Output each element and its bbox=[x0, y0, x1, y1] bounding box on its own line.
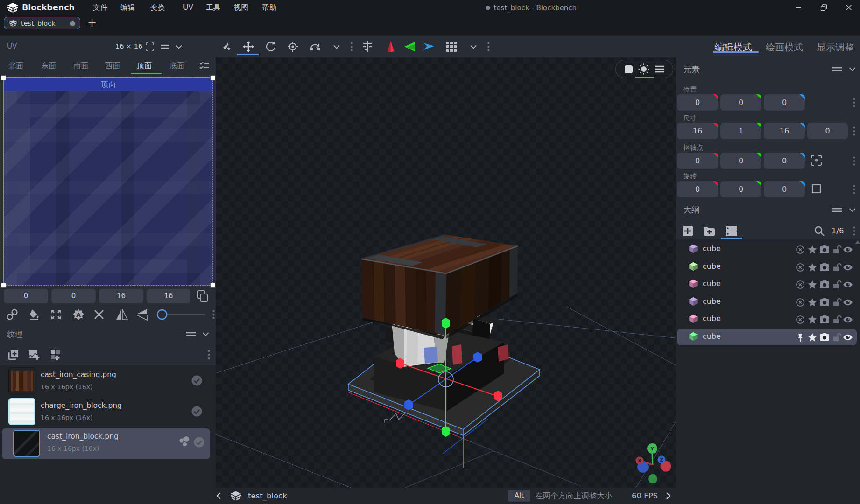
pivot-tool-icon[interactable] bbox=[286, 40, 300, 54]
menu-tools[interactable]: 工具 bbox=[206, 0, 220, 15]
restore-button[interactable] bbox=[814, 0, 833, 15]
grid-more-icon[interactable] bbox=[481, 40, 495, 54]
lock-open-icon[interactable] bbox=[832, 263, 842, 272]
uv-menu-icon[interactable] bbox=[158, 40, 172, 54]
mode-tab-edit[interactable]: 编辑模式 bbox=[715, 36, 752, 57]
flag-green-icon[interactable] bbox=[402, 40, 416, 54]
export-disabled-icon[interactable] bbox=[795, 245, 805, 254]
texture-row-charge[interactable]: charge_iron_block.png 16 x 16px (16x) bbox=[0, 398, 216, 428]
texture-create-icon[interactable] bbox=[28, 350, 40, 360]
export-disabled-icon[interactable] bbox=[795, 263, 805, 272]
mirror-tool-icon[interactable] bbox=[360, 40, 374, 54]
rotation-pivot-icon[interactable] bbox=[811, 184, 821, 194]
face-tab-west[interactable]: 西面 bbox=[105, 57, 120, 75]
uv-height-input[interactable]: 16 bbox=[147, 289, 190, 303]
pivot-y-input[interactable]: 0 bbox=[720, 153, 761, 169]
project-tab[interactable]: test_block ● bbox=[4, 17, 80, 29]
texture-enabled-icon[interactable] bbox=[191, 406, 203, 417]
pivot-focus-icon[interactable] bbox=[811, 154, 822, 166]
uv-handle-tl[interactable] bbox=[1, 75, 6, 80]
status-model-name[interactable]: test_block bbox=[248, 488, 287, 504]
outliner-row[interactable]: cube bbox=[677, 241, 857, 258]
pivot-z-input[interactable]: 0 bbox=[764, 153, 805, 169]
outliner-row[interactable]: cube bbox=[677, 259, 857, 275]
size-y-input[interactable]: 1 bbox=[720, 123, 761, 139]
pivot-more-icon[interactable] bbox=[853, 156, 855, 166]
uv-dropdown-icon[interactable] bbox=[172, 40, 186, 54]
new-tab-button[interactable]: + bbox=[86, 16, 98, 29]
lock-open-icon[interactable] bbox=[832, 315, 842, 324]
grid-dropdown-icon[interactable] bbox=[466, 40, 480, 54]
uv-handle-tr[interactable] bbox=[210, 75, 215, 80]
uv-mirror-y-icon[interactable] bbox=[136, 308, 148, 321]
rotation-y-input[interactable]: 0 bbox=[720, 181, 761, 197]
rotation-more-icon[interactable] bbox=[853, 185, 855, 194]
textures-menu-icon[interactable] bbox=[186, 331, 196, 337]
outliner-row[interactable]: cube bbox=[677, 311, 857, 328]
tool-more-icon[interactable] bbox=[345, 40, 359, 54]
textures-collapse-icon[interactable] bbox=[202, 332, 209, 336]
shading-toggle-icon[interactable] bbox=[624, 65, 633, 74]
texture-enabled-icon[interactable] bbox=[191, 375, 203, 386]
star-icon[interactable] bbox=[807, 315, 818, 324]
visibility-icon[interactable] bbox=[843, 263, 853, 272]
transform-gumball-icon[interactable] bbox=[220, 40, 234, 54]
menu-help[interactable]: 帮助 bbox=[262, 0, 276, 15]
texture-enabled-icon[interactable] bbox=[193, 436, 205, 448]
status-back-icon[interactable] bbox=[216, 488, 221, 504]
rotation-z-input[interactable]: 0 bbox=[764, 181, 805, 197]
menu-view[interactable]: 视图 bbox=[234, 0, 248, 15]
pivot-x-input[interactable]: 0 bbox=[677, 153, 718, 169]
face-tab-top[interactable]: 顶面 bbox=[137, 57, 152, 75]
add-group-icon[interactable] bbox=[703, 226, 715, 236]
texture-row-cast-selected[interactable]: cast_iron_block.png 16 x 16px (16x) bbox=[2, 428, 210, 459]
face-checklist-icon[interactable] bbox=[199, 60, 210, 71]
export-disabled-icon[interactable] bbox=[795, 298, 805, 307]
move-tool-icon[interactable] bbox=[241, 40, 255, 54]
cone-red-icon[interactable] bbox=[384, 40, 398, 54]
rotation-x-input[interactable]: 0 bbox=[677, 181, 718, 197]
uv-handle-bl[interactable] bbox=[1, 283, 6, 288]
grid-icon[interactable] bbox=[444, 40, 458, 54]
export-disabled-icon[interactable] bbox=[795, 280, 805, 289]
face-tab-north[interactable]: 北面 bbox=[8, 57, 23, 75]
outliner-collapse-icon[interactable] bbox=[849, 208, 856, 212]
mode-tab-display[interactable]: 显示调整 bbox=[817, 36, 854, 57]
camera-icon[interactable] bbox=[819, 315, 830, 324]
visibility-icon[interactable] bbox=[843, 315, 853, 324]
uv-canvas[interactable]: 顶面 bbox=[4, 78, 213, 286]
tool-dropdown-icon[interactable] bbox=[330, 40, 344, 54]
position-z-input[interactable]: 0 bbox=[764, 94, 805, 111]
position-more-icon[interactable] bbox=[853, 98, 855, 107]
face-tab-south[interactable]: 南面 bbox=[73, 57, 88, 75]
outliner-row-selected[interactable]: cube bbox=[677, 329, 857, 345]
outliner-search-icon[interactable] bbox=[814, 225, 825, 237]
uv-clear-icon[interactable] bbox=[93, 308, 105, 321]
menu-file[interactable]: 文件 bbox=[93, 0, 107, 15]
status-forward-icon[interactable] bbox=[666, 488, 671, 504]
pin-icon[interactable] bbox=[795, 333, 805, 342]
texture-import-icon[interactable] bbox=[7, 349, 19, 361]
star-icon[interactable] bbox=[807, 280, 818, 289]
element-collapse-icon[interactable] bbox=[849, 67, 856, 71]
minimize-button[interactable] bbox=[789, 0, 808, 15]
visibility-icon[interactable] bbox=[843, 280, 853, 289]
mode-tab-paint[interactable]: 绘画模式 bbox=[766, 36, 803, 57]
position-y-input[interactable]: 0 bbox=[720, 94, 761, 111]
outliner-menu-icon[interactable] bbox=[832, 207, 843, 213]
close-button[interactable] bbox=[839, 0, 858, 15]
uv-fill-icon[interactable] bbox=[28, 308, 40, 321]
viewport-menu-icon[interactable] bbox=[655, 65, 665, 73]
position-x-input[interactable]: 0 bbox=[677, 94, 718, 111]
viewport-3d[interactable]: Y X Z bbox=[216, 57, 676, 488]
camera-icon[interactable] bbox=[819, 280, 830, 289]
rotate-back-icon[interactable] bbox=[308, 40, 322, 54]
lock-open-icon[interactable] bbox=[832, 245, 842, 254]
uv-frame-icon[interactable] bbox=[143, 40, 157, 54]
lock-open-icon[interactable] bbox=[832, 280, 842, 289]
menu-uv[interactable]: UV bbox=[183, 0, 193, 15]
uv-expand-icon[interactable] bbox=[50, 308, 62, 321]
outliner-row[interactable]: cube bbox=[677, 276, 857, 293]
lock-open-icon[interactable] bbox=[832, 298, 842, 307]
texture-row-casing[interactable]: cast_iron_casing.png 16 x 16px (16x) bbox=[0, 367, 216, 398]
